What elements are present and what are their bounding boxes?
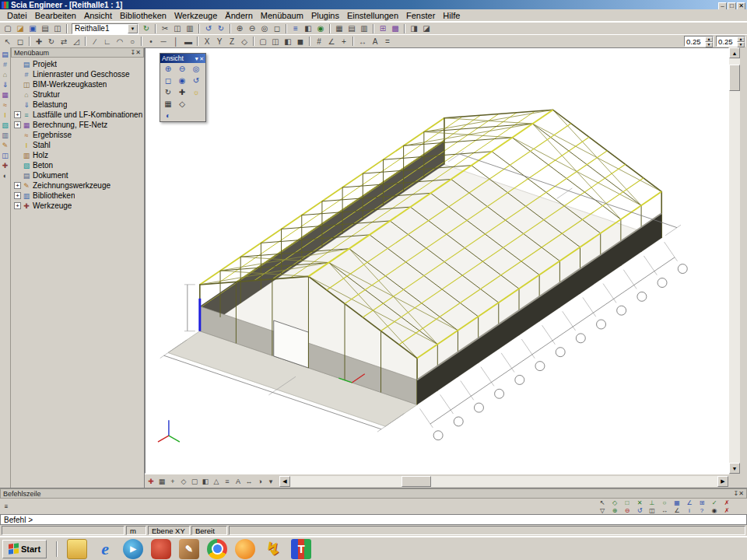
spin-down-icon[interactable]: ▼ <box>705 42 713 47</box>
lightning-app-icon[interactable]: ↯ <box>263 539 283 559</box>
horizontal-scroll-track[interactable] <box>290 476 717 487</box>
wireframe-toggle-icon[interactable]: ▢ <box>189 476 200 487</box>
expander-icon[interactable]: + <box>14 182 21 189</box>
rotate-icon[interactable]: ↻ <box>45 36 58 47</box>
viewport-canvas[interactable]: Ansicht ▼✕ ⊕⊖◎◻◉↺↻✚☼▦◇◐ <box>145 47 729 474</box>
snap-endpoint-icon[interactable]: □ <box>621 499 633 506</box>
shading-toggle-icon[interactable]: ◧ <box>200 476 211 487</box>
document-icon[interactable]: ▥ <box>358 23 370 34</box>
libraries-icon[interactable]: ◫ <box>0 150 10 160</box>
circle-icon[interactable]: ○ <box>126 36 139 47</box>
mirror-icon[interactable]: ⇄ <box>58 36 70 47</box>
spin-up-icon[interactable]: ▲ <box>737 37 745 42</box>
menu-men-baum[interactable]: Menübaum <box>257 10 307 21</box>
model-3d-view[interactable] <box>146 48 728 473</box>
structure-icon[interactable]: ⌂ <box>0 69 10 79</box>
tree-item-beton[interactable]: ▧Beton <box>13 160 144 170</box>
minimize-button[interactable]: – <box>718 2 727 10</box>
tree-item-stahl[interactable]: IStahl <box>13 140 144 150</box>
close-icon[interactable]: ✕ <box>199 56 204 61</box>
pointer-icon[interactable]: ↖ <box>2 36 14 47</box>
project-combobox[interactable]: Reithalle1 ▼ <box>72 23 139 34</box>
polyline-icon[interactable]: ∟ <box>101 36 114 47</box>
menu-ansicht[interactable]: Ansicht <box>80 10 116 21</box>
plate-icon[interactable]: ▬ <box>182 36 195 47</box>
measure-icon[interactable]: ↔ <box>658 506 671 514</box>
view-x-icon[interactable]: X <box>201 36 213 47</box>
internet-explorer-icon[interactable]: e <box>95 539 115 559</box>
concrete-icon[interactable]: ▧ <box>0 120 10 130</box>
zoom-selection-icon[interactable]: ◉ <box>175 75 189 86</box>
zoom-window-icon[interactable]: ◻ <box>161 75 175 86</box>
combo-dropdown-icon[interactable]: ▼ <box>128 24 138 33</box>
tree-item-lastf-lle-und-lf-kombinationen[interactable]: +≡Lastfälle und LF-Kombinationen <box>13 110 144 120</box>
snap-ortho-icon[interactable]: ∠ <box>683 499 696 506</box>
zoom-previous-icon[interactable]: ↺ <box>189 75 203 86</box>
previous-selection-icon[interactable]: ↺ <box>633 506 646 514</box>
view-menu-icon[interactable]: ▾ <box>265 476 276 487</box>
zoom-all-icon[interactable]: ◎ <box>258 23 271 34</box>
menu-fenster[interactable]: Fenster <box>402 10 439 21</box>
activity-icon[interactable]: ◧ <box>302 23 314 34</box>
filter-icon[interactable]: ▽ <box>596 506 608 514</box>
project-refresh-icon[interactable]: ↻ <box>140 23 153 34</box>
snap-intersection-icon[interactable]: ✕ <box>633 499 646 506</box>
confirm-icon[interactable]: ✓ <box>708 499 721 506</box>
tree-item-struktur[interactable]: ⌂Struktur <box>13 89 144 100</box>
settings-icon[interactable]: ◐ <box>0 170 10 180</box>
dimension-toggle-icon[interactable]: ↔ <box>244 476 254 487</box>
image-gallery-icon[interactable]: ◨ <box>408 23 420 34</box>
coordinates-icon[interactable]: ⊞ <box>696 499 708 506</box>
pan-view-icon[interactable]: ✚ <box>175 86 189 98</box>
scale-y-arrows[interactable]: ▲ ▼ <box>737 37 745 46</box>
zoom-in-icon[interactable]: ⊕ <box>161 63 175 75</box>
cut-icon[interactable]: ✂ <box>159 23 171 34</box>
tree-item-werkzeuge[interactable]: +✚Werkzeuge <box>13 201 144 211</box>
view-z-icon[interactable]: Z <box>226 36 238 47</box>
zoom-all-icon[interactable]: ◎ <box>189 63 203 75</box>
print-icon[interactable]: ▤ <box>39 23 51 34</box>
scale-y-spinner[interactable]: 0.25 ▲ ▼ <box>716 36 745 47</box>
chrome-icon[interactable] <box>207 539 227 559</box>
media-player-icon[interactable]: ▶ <box>123 539 143 559</box>
grid-toggle-icon[interactable]: ▦ <box>156 476 167 487</box>
vertical-scrollbar[interactable]: ▲ ▼ <box>729 47 740 474</box>
scale-icon[interactable]: ◿ <box>70 36 82 47</box>
tree-item-dokument[interactable]: ▤Dokument <box>13 170 144 180</box>
angle-icon[interactable]: ∠ <box>671 506 683 514</box>
expander-icon[interactable]: + <box>14 192 21 199</box>
tree-item-bibliotheken[interactable]: +▥Bibliotheken <box>13 191 144 201</box>
zoom-out-icon[interactable]: ⊖ <box>246 23 258 34</box>
zoom-in-icon[interactable]: ⊕ <box>233 23 246 34</box>
horizontal-scroll-thumb[interactable] <box>402 476 431 487</box>
zoom-selection-icon[interactable]: ◉ <box>708 506 721 514</box>
close-icon[interactable]: ✕ <box>738 490 744 497</box>
selection-box-icon[interactable]: ◻ <box>14 36 26 47</box>
grid-snap-icon[interactable]: # <box>313 36 325 47</box>
column-icon[interactable]: │ <box>170 36 182 47</box>
close-icon[interactable]: ✕ <box>135 49 141 56</box>
tree-item-projekt[interactable]: ▤Projekt <box>13 59 144 69</box>
menu-ndern[interactable]: Ändern <box>221 10 256 21</box>
render-toggle-icon[interactable]: ◑ <box>254 476 265 487</box>
copy-icon[interactable]: ◫ <box>171 23 184 34</box>
perspective-toggle-icon[interactable]: △ <box>211 476 222 487</box>
line-icon[interactable]: ∕ <box>89 36 101 47</box>
menu-bearbeiten[interactable]: Bearbeiten <box>31 10 80 21</box>
menu-datei[interactable]: Datei <box>3 10 31 21</box>
load-icon[interactable]: ⇓ <box>0 79 10 89</box>
ortho-icon[interactable]: ∠ <box>325 36 338 47</box>
expander-icon[interactable]: + <box>14 121 21 128</box>
node-icon[interactable]: • <box>145 36 157 47</box>
move-icon[interactable]: ✚ <box>33 36 45 47</box>
drawing-icon[interactable]: ✎ <box>0 140 10 150</box>
view-plane-icon[interactable]: ◇ <box>175 98 189 110</box>
print-preview-icon[interactable]: ◫ <box>51 23 64 34</box>
scroll-right-button[interactable]: ▶ <box>717 476 728 487</box>
tree-item-zeichnungswerkzeuge[interactable]: +✎Zeichnungswerkzeuge <box>13 180 144 191</box>
help-icon[interactable]: ? <box>696 506 708 514</box>
layers-toggle-icon[interactable]: ≡ <box>222 476 233 487</box>
document-icon[interactable]: ▥ <box>0 130 10 140</box>
scroll-left-button[interactable]: ◀ <box>279 476 290 487</box>
new-project-icon[interactable]: ▢ <box>2 23 14 34</box>
